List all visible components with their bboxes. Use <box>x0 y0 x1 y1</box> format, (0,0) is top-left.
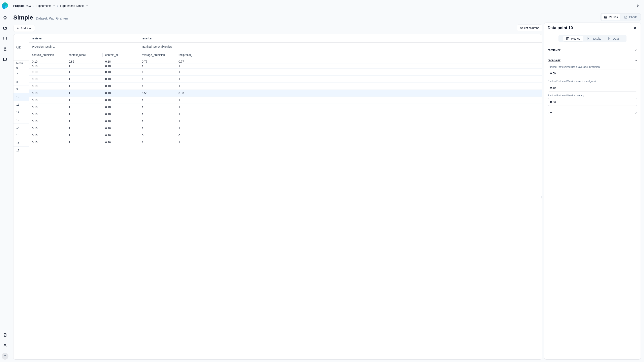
metric-value-input[interactable] <box>548 84 637 91</box>
table-cell: 1 <box>66 97 102 104</box>
table-row[interactable]: 0.1010.1811 <box>29 111 542 118</box>
table-cell: 0.18 <box>102 97 139 104</box>
uid-cell[interactable]: 14 <box>14 124 29 131</box>
nav-folder-icon[interactable] <box>2 25 8 31</box>
uid-cell[interactable]: 6 <box>14 65 29 70</box>
column-header[interactable]: context_f1 <box>102 51 139 59</box>
close-button[interactable] <box>633 26 637 30</box>
table-row[interactable]: 0.1010.1811 <box>29 125 542 132</box>
aggregate-selector[interactable]: Mean <box>14 61 29 65</box>
section-label: reranker <box>548 58 560 62</box>
table-cell: 1 <box>66 118 102 125</box>
table-cell: 1 <box>66 76 102 82</box>
column-header[interactable]: context_recall <box>66 51 102 59</box>
table-cell: 0.10 <box>29 125 66 132</box>
field-label: RankedRetrievalMetrics > ndcg <box>548 94 637 97</box>
table-cell: 1 <box>66 111 102 118</box>
detail-tab-results[interactable]: Results <box>584 36 604 41</box>
section-label: llm <box>548 111 552 115</box>
uid-cell[interactable]: 16 <box>14 139 29 147</box>
metric-value-input[interactable] <box>548 70 637 77</box>
metric-value-input[interactable] <box>548 98 637 106</box>
uid-cell[interactable]: 13 <box>14 116 29 124</box>
section-reranker-toggle[interactable]: reranker <box>548 57 637 63</box>
table-row[interactable]: 0.1010.1811 <box>29 97 542 104</box>
table-cell: 0 <box>176 132 212 139</box>
table-cell: 1 <box>66 64 102 69</box>
table-cell: 1 <box>176 125 212 132</box>
view-metrics-tab[interactable]: Metrics <box>602 14 620 20</box>
crumb-experiments[interactable]: Experiments <box>36 4 55 7</box>
table-cell: 1 <box>139 97 176 104</box>
breadcrumb-sep: › <box>57 4 58 7</box>
detail-tab-metrics[interactable]: Metrics <box>563 36 583 41</box>
table-row[interactable]: 0.1010.1800 <box>29 132 542 139</box>
chevron-down-icon <box>634 111 637 115</box>
table-row[interactable]: 0.1010.180.500.50 <box>29 90 542 97</box>
column-header[interactable]: context_precision <box>29 51 66 59</box>
section-retriever-toggle[interactable]: retriever <box>548 47 637 53</box>
sidebar: Y <box>0 0 10 362</box>
uid-cell[interactable]: 11 <box>14 101 29 108</box>
table-cell: 0.10 <box>29 83 66 89</box>
table-cell: 0.18 <box>102 139 139 146</box>
nav-feedback-icon[interactable] <box>2 56 8 63</box>
table-cell: 0 <box>139 132 176 139</box>
section-llm-toggle[interactable]: llm <box>548 110 637 116</box>
svg-rect-5 <box>566 37 569 40</box>
table-row[interactable]: 0.1010.1811 <box>29 104 542 111</box>
avatar[interactable]: Y <box>2 353 8 360</box>
table-cell: 1 <box>66 69 102 75</box>
theme-toggle-button[interactable] <box>635 3 641 9</box>
uid-cell[interactable]: 15 <box>14 131 29 139</box>
table-cell: 0.18 <box>102 111 139 118</box>
nav-docs-icon[interactable] <box>2 332 8 338</box>
close-icon <box>633 26 637 30</box>
table-cell: 1 <box>66 132 102 139</box>
view-metrics-label: Metrics <box>609 15 618 19</box>
table-row[interactable]: 0.1010.1811 <box>29 118 542 125</box>
uid-cell[interactable]: 8 <box>14 78 29 85</box>
table-cell: 0.18 <box>102 83 139 89</box>
table-row[interactable]: 0.1010.1811 <box>29 64 542 69</box>
detail-title: Data point 10 <box>548 25 573 30</box>
table-row[interactable]: 0.1010.1811 <box>29 76 542 83</box>
nav-experiments-icon[interactable] <box>2 46 8 52</box>
select-columns-button[interactable]: Select columns <box>517 24 542 31</box>
uid-cell[interactable]: 17 <box>14 147 29 154</box>
chevron-up-icon <box>634 59 637 62</box>
uid-cell[interactable]: 7 <box>14 70 29 78</box>
uid-column-header: UID <box>14 34 29 61</box>
nav-database-icon[interactable] <box>2 35 8 42</box>
table-row[interactable]: 0.1010.1811 <box>29 139 542 146</box>
table-cell: 0.10 <box>29 69 66 75</box>
detail-tab-label: Results <box>592 37 601 40</box>
table-cell: 1 <box>139 104 176 111</box>
nav-account-icon[interactable] <box>2 342 8 349</box>
svg-rect-4 <box>604 16 607 18</box>
crumb-experiment[interactable]: Experiment: Simple <box>60 4 88 7</box>
detail-tab-data[interactable]: Data <box>605 36 622 41</box>
uid-cell[interactable]: 9 <box>14 85 29 93</box>
chart-icon <box>587 37 590 40</box>
breadcrumb: Project: RAG › Experiments › Experiment:… <box>13 4 88 7</box>
table-cell: 0.18 <box>102 104 139 111</box>
table-cell: 1 <box>176 64 212 69</box>
table-row[interactable]: 0.1010.1811 <box>29 83 542 90</box>
column-header[interactable]: average_precision <box>139 51 176 59</box>
column-header[interactable]: reciprocal_ <box>176 51 212 59</box>
crumb-project[interactable]: Project: RAG <box>13 4 31 7</box>
resize-handle[interactable]: ⋮⋮ <box>541 195 542 199</box>
logo[interactable] <box>1 2 9 9</box>
view-charts-tab[interactable]: Charts <box>622 14 640 20</box>
aggregate-label: Mean <box>16 61 23 64</box>
table-cell: 0.10 <box>29 97 66 104</box>
uid-cell[interactable]: 10 <box>14 93 29 101</box>
field-label: RankedRetrievalMetrics > average_precisi… <box>548 65 637 68</box>
detail-panel: Data point 10 Metrics Results <box>544 22 641 360</box>
table-row[interactable]: 0.1010.1811 <box>29 69 542 76</box>
uid-cell[interactable]: 12 <box>14 108 29 116</box>
select-columns-label: Select columns <box>520 26 539 29</box>
chevron-down-icon <box>634 48 637 52</box>
nav-home-icon[interactable] <box>2 14 8 21</box>
